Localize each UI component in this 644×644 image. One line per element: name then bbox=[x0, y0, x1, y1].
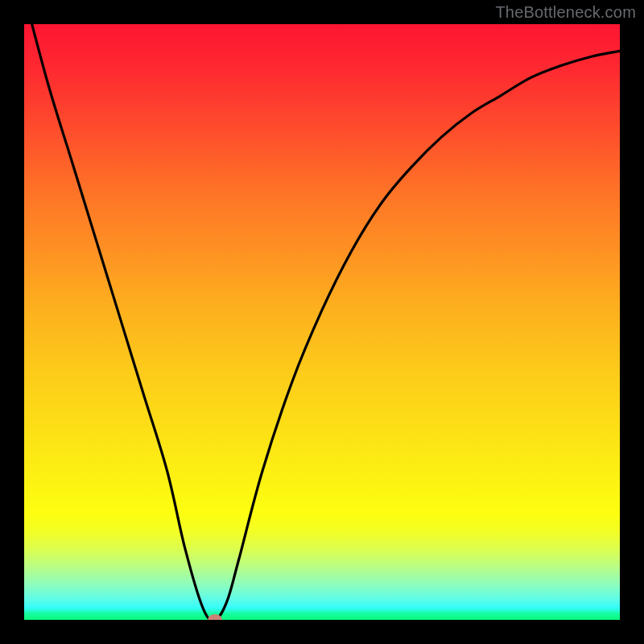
optimal-point-marker bbox=[208, 614, 222, 620]
chart-container: TheBottleneck.com bbox=[0, 0, 644, 644]
curve-svg bbox=[24, 24, 620, 620]
watermark-label: TheBottleneck.com bbox=[495, 3, 636, 22]
bottleneck-curve bbox=[24, 24, 620, 620]
plot-area bbox=[24, 24, 620, 620]
